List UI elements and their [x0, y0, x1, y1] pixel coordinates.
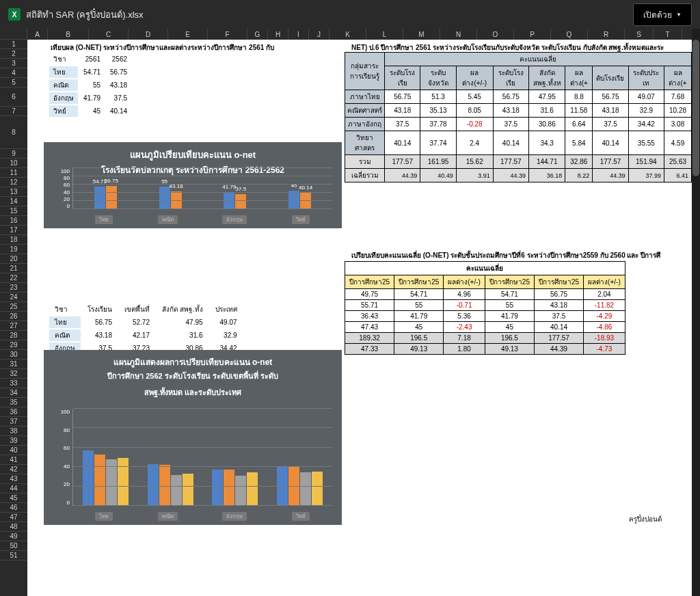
- excel-icon: X: [8, 8, 21, 21]
- file-name: สถิติทำ SAR (ครูปิ๋งปอนด์).xlsx: [26, 8, 144, 22]
- title-bar: X สถิติทำ SAR (ครูปิ๋งปอนด์).xlsx เปิดด้…: [0, 0, 700, 29]
- open-with-button[interactable]: เปิดด้วย: [633, 3, 692, 26]
